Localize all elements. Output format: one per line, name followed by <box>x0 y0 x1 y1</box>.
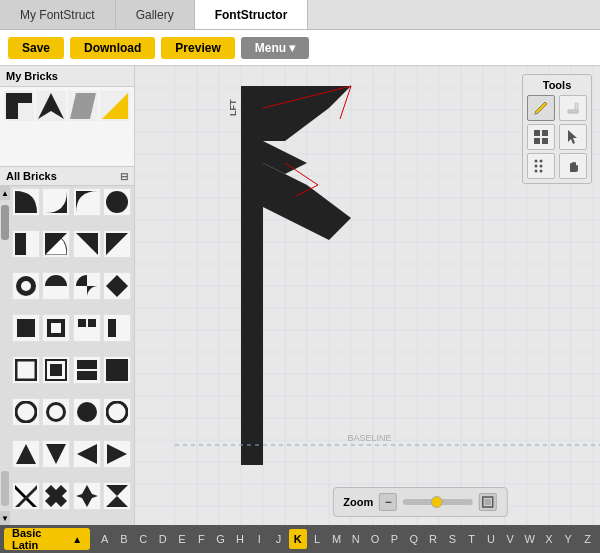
char-cell-O[interactable]: O <box>366 529 383 549</box>
tools-grid <box>527 95 587 179</box>
svg-point-10 <box>21 281 31 291</box>
brick-r2[interactable] <box>42 356 70 384</box>
brick-sq2[interactable] <box>42 314 70 342</box>
char-cell-H[interactable]: H <box>231 529 248 549</box>
eraser-tool[interactable] <box>559 95 587 121</box>
char-cell-P[interactable]: P <box>386 529 403 549</box>
brick-o1[interactable] <box>12 398 40 426</box>
select-tool[interactable] <box>559 124 587 150</box>
zoom-increase-button[interactable] <box>479 493 497 511</box>
char-cell-M[interactable]: M <box>328 529 345 549</box>
scroll-down-arrow[interactable]: ▼ <box>0 511 10 525</box>
brick-x4[interactable] <box>103 482 131 510</box>
char-cell-G[interactable]: G <box>212 529 229 549</box>
canvas-area[interactable]: Tools <box>135 66 600 525</box>
scroll-up-arrow[interactable]: ▲ <box>0 186 10 200</box>
dots-tool[interactable] <box>527 153 555 179</box>
brick-x3[interactable] <box>73 482 101 510</box>
char-cell-X[interactable]: X <box>540 529 557 549</box>
svg-rect-17 <box>108 319 116 337</box>
hand-tool[interactable] <box>559 153 587 179</box>
brick-quarter-tl[interactable] <box>42 230 70 258</box>
svg-rect-40 <box>534 130 540 136</box>
char-cell-D[interactable]: D <box>154 529 171 549</box>
zoom-handle[interactable] <box>431 496 443 508</box>
tab-my-fontstruct[interactable]: My FontStruct <box>0 0 116 29</box>
my-brick-4[interactable] <box>100 91 130 121</box>
tab-fontstructor[interactable]: FontStructor <box>195 0 309 29</box>
svg-point-48 <box>540 165 543 168</box>
char-cell-V[interactable]: V <box>502 529 519 549</box>
char-cell-R[interactable]: R <box>424 529 441 549</box>
char-cell-K[interactable]: K <box>289 529 306 549</box>
char-cell-F[interactable]: F <box>193 529 210 549</box>
svg-marker-37 <box>106 485 128 496</box>
brick-circle-br[interactable] <box>103 188 131 216</box>
char-cell-E[interactable]: E <box>173 529 190 549</box>
brick-c3[interactable] <box>73 272 101 300</box>
brick-sq3[interactable] <box>73 314 101 342</box>
brick-circle-tl[interactable] <box>12 188 40 216</box>
svg-rect-52 <box>485 499 491 505</box>
tools-title: Tools <box>527 79 587 91</box>
char-cell-B[interactable]: B <box>115 529 132 549</box>
char-row: ABCDEFGHIJKLMNOPQRSTUVWXYZ <box>96 529 596 549</box>
preview-button[interactable]: Preview <box>161 37 234 59</box>
all-bricks-scroll[interactable]: ▲ ▼ <box>0 186 134 525</box>
brick-o4[interactable] <box>103 398 131 426</box>
char-cell-W[interactable]: W <box>521 529 538 549</box>
brick-c4[interactable] <box>103 272 131 300</box>
brick-diag-1[interactable] <box>73 230 101 258</box>
char-cell-C[interactable]: C <box>135 529 152 549</box>
grid-tool[interactable] <box>527 124 555 150</box>
tab-gallery[interactable]: Gallery <box>116 0 195 29</box>
my-brick-3[interactable] <box>68 91 98 121</box>
brick-t2[interactable] <box>42 440 70 468</box>
brick-c1[interactable] <box>12 272 40 300</box>
brick-sq4[interactable] <box>103 314 131 342</box>
menu-button[interactable]: Menu ▾ <box>241 37 310 59</box>
tools-panel: Tools <box>522 74 592 184</box>
brick-c2[interactable] <box>42 272 70 300</box>
my-brick-2[interactable] <box>36 91 66 121</box>
brick-t1[interactable] <box>12 440 40 468</box>
brick-half-left[interactable] <box>12 230 40 258</box>
char-cell-N[interactable]: N <box>347 529 364 549</box>
brick-o2[interactable] <box>42 398 70 426</box>
char-cell-Q[interactable]: Q <box>405 529 422 549</box>
char-cell-A[interactable]: A <box>96 529 113 549</box>
pencil-tool[interactable] <box>527 95 555 121</box>
brick-r3[interactable] <box>73 356 101 384</box>
brick-o3[interactable] <box>73 398 101 426</box>
char-cell-I[interactable]: I <box>251 529 268 549</box>
brick-t4[interactable] <box>103 440 131 468</box>
svg-point-46 <box>540 160 543 163</box>
brick-x2[interactable] <box>42 482 70 510</box>
grid-view-icon[interactable]: ⊟ <box>120 171 128 182</box>
char-cell-L[interactable]: L <box>309 529 326 549</box>
char-cell-Z[interactable]: Z <box>579 529 596 549</box>
charset-button[interactable]: Basic Latin ▲ <box>4 528 90 550</box>
svg-rect-42 <box>534 138 540 144</box>
brick-r1[interactable] <box>12 356 40 384</box>
brick-x1[interactable] <box>12 482 40 510</box>
zoom-decrease-button[interactable]: − <box>379 493 397 511</box>
brick-circle-tr[interactable] <box>42 188 70 216</box>
svg-rect-12 <box>17 319 35 337</box>
brick-sq1[interactable] <box>12 314 40 342</box>
brick-circle-bl[interactable] <box>73 188 101 216</box>
char-cell-J[interactable]: J <box>270 529 287 549</box>
my-bricks-area <box>0 87 134 167</box>
char-cell-U[interactable]: U <box>482 529 499 549</box>
brick-diag-2[interactable] <box>103 230 131 258</box>
brick-t3[interactable] <box>73 440 101 468</box>
download-button[interactable]: Download <box>70 37 155 59</box>
brick-r4[interactable] <box>103 356 131 384</box>
char-cell-Y[interactable]: Y <box>560 529 577 549</box>
zoom-slider[interactable] <box>403 499 473 505</box>
char-cell-S[interactable]: S <box>444 529 461 549</box>
my-brick-1[interactable] <box>4 91 34 121</box>
svg-rect-14 <box>51 323 61 333</box>
char-cell-T[interactable]: T <box>463 529 480 549</box>
save-button[interactable]: Save <box>8 37 64 59</box>
